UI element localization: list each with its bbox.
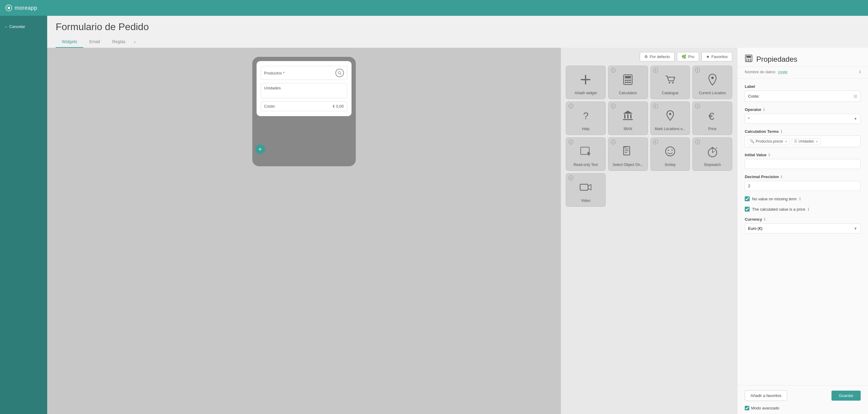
map-pin-icon	[663, 107, 677, 124]
operator-prop-row: Operator ℹ * ▼	[745, 107, 861, 124]
label-input[interactable]: ⊞	[745, 91, 861, 102]
tab-email[interactable]: Email	[83, 36, 106, 48]
svg-rect-43	[746, 59, 747, 60]
operator-value: *	[748, 116, 750, 121]
widget-label-help: Help	[582, 127, 590, 131]
currency-arrow-icon: ▼	[854, 227, 857, 231]
widget-label-catalogue: Catalogue	[662, 91, 679, 95]
pro-btn[interactable]: 🌿 Pro	[677, 52, 699, 61]
widget-item-select-object[interactable]: i Select Object On...	[608, 137, 648, 171]
widget-item-stopwatch[interactable]: i Stopwatch	[692, 137, 732, 171]
calc-tag-unidades[interactable]: ☰ Unidades ×	[792, 138, 820, 145]
decimal-precision-prop-label: Decimal Precision	[745, 174, 779, 179]
svg-text:€: €	[709, 110, 714, 122]
calculated-is-price-row[interactable]: The calculated value is a price ℹ	[745, 207, 861, 212]
info-icon-current-location[interactable]: i	[695, 68, 700, 73]
cart-icon	[663, 71, 677, 89]
tab-widgets[interactable]: Widgets	[56, 36, 83, 48]
logo[interactable]: moreapp	[5, 5, 37, 11]
initial-value-input-field[interactable]	[748, 162, 857, 166]
decimal-precision-input[interactable]	[745, 181, 861, 191]
info-icon-video[interactable]: i	[568, 175, 574, 180]
info-icon-catalogue[interactable]: i	[653, 68, 658, 73]
unidades-label: Unidades	[264, 86, 281, 90]
widget-item-help[interactable]: i ? Help	[566, 102, 606, 135]
tab-collapse-icon[interactable]: ‹	[134, 39, 135, 45]
unidades-field[interactable]: Unidades	[261, 83, 347, 98]
svg-rect-12	[627, 82, 629, 83]
cancel-button[interactable]: ← Cancelar	[0, 22, 47, 31]
currency-select[interactable]: Euro (€) ▼	[745, 223, 861, 234]
svg-point-14	[669, 82, 670, 83]
svg-line-3	[340, 74, 341, 75]
widget-item-mark-locations[interactable]: i Mark Locations o...	[650, 102, 690, 135]
main-layout: ← Cancelar Formulario de Pedido Widgets …	[0, 16, 868, 414]
favorites-btn[interactable]: ★ Favoritos	[702, 52, 732, 61]
question-icon: ?	[579, 107, 592, 124]
search-icon	[335, 69, 344, 77]
widget-item-price[interactable]: i € Price	[692, 102, 732, 135]
calc-terms-tags[interactable]: 🔍 Productos.precio × ☰ Unidades ×	[745, 136, 861, 147]
info-icon-iban[interactable]: i	[611, 104, 616, 108]
decimal-precision-label-row: Decimal Precision ℹ	[745, 174, 861, 179]
svg-point-15	[672, 82, 674, 83]
add-favorites-button[interactable]: Añadir a favoritos	[745, 390, 787, 401]
widget-label-readonly-text: Read-only Text	[574, 163, 598, 167]
bank-icon	[621, 107, 634, 124]
svg-rect-42	[746, 56, 751, 58]
widget-toolbar: ⚙ Por defecto 🌿 Pro ★ Favoritos	[561, 48, 737, 66]
info-icon-select-object[interactable]: i	[611, 140, 616, 144]
widget-item-anadir[interactable]: Añadir widget	[566, 66, 606, 99]
widget-item-calculation[interactable]: i	[608, 66, 648, 99]
label-input-field[interactable]	[748, 94, 854, 99]
info-icon-smiley[interactable]: i	[653, 140, 658, 144]
default-label: Por defecto	[650, 55, 670, 59]
productos-label: Productos *	[264, 71, 335, 75]
add-button[interactable]: +	[255, 144, 265, 154]
widget-item-video[interactable]: i Video	[566, 173, 606, 207]
info-icon-stopwatch[interactable]: i	[695, 140, 700, 144]
star-icon: ★	[706, 55, 710, 59]
widget-item-readonly-text[interactable]: i Read-only Text	[566, 137, 606, 171]
decimal-precision-input-field[interactable]	[748, 183, 857, 188]
operator-label-row: Operator ℹ	[745, 107, 861, 112]
tab-reglas[interactable]: Reglas	[106, 36, 132, 48]
widget-item-catalogue[interactable]: i Catalogue	[650, 66, 690, 99]
calculated-is-price-checkbox[interactable]	[745, 207, 750, 212]
calc-tag-unidades-remove[interactable]: ×	[816, 139, 818, 144]
svg-rect-37	[712, 147, 713, 148]
initial-value-prop-label: Initial Value	[745, 152, 767, 157]
svg-rect-48	[750, 60, 751, 61]
widget-item-iban[interactable]: i IBAN	[608, 102, 648, 135]
calc-tag-productos-remove[interactable]: ×	[785, 139, 787, 144]
svg-rect-39	[580, 184, 588, 190]
no-value-missing-row[interactable]: No value on missing term ℹ	[745, 196, 861, 201]
productos-field[interactable]: Productos *	[261, 66, 347, 80]
info-icon-readonly-text[interactable]: i	[568, 140, 574, 144]
widget-item-current-location[interactable]: i Current Location	[692, 66, 732, 99]
info-icon-help[interactable]: i	[568, 104, 574, 108]
info-icon-calculation[interactable]: i	[611, 68, 616, 73]
calc-tag-productos[interactable]: 🔍 Productos.precio ×	[747, 138, 790, 145]
label-prop-label: Label	[745, 84, 755, 89]
left-sidebar: ← Cancelar	[0, 16, 47, 414]
widget-item-smiley[interactable]: i Smiley	[650, 137, 690, 171]
operator-select[interactable]: * ▼	[745, 114, 861, 124]
book-icon	[621, 143, 634, 160]
plus-icon	[579, 71, 592, 89]
form-header: Formulario de Pedido Widgets Email Regla…	[47, 16, 868, 48]
initial-value-input[interactable]	[745, 159, 861, 169]
info-icon-price[interactable]: i	[695, 104, 700, 108]
list-tag-icon: ☰	[794, 139, 797, 143]
svg-rect-13	[629, 82, 631, 83]
decimal-precision-info-icon: ℹ	[781, 174, 782, 179]
svg-rect-7	[625, 76, 631, 78]
modo-avanzado-label: Modo avanzado	[751, 406, 779, 410]
no-value-missing-checkbox[interactable]	[745, 196, 750, 201]
cancel-label: ← Cancelar	[4, 24, 25, 29]
default-btn[interactable]: ⚙ Por defecto	[640, 52, 675, 61]
info-icon-mark-locations[interactable]: i	[653, 104, 658, 108]
modo-avanzado-checkbox[interactable]	[745, 406, 749, 410]
save-button[interactable]: Guardar	[832, 390, 861, 401]
svg-rect-45	[750, 59, 751, 60]
